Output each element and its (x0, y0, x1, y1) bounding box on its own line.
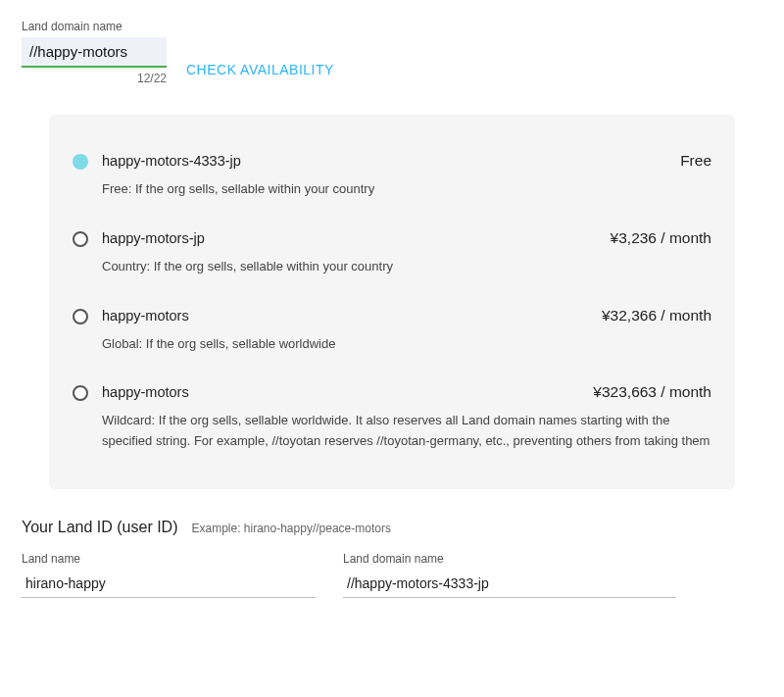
option-price: ¥323,663 / month (555, 383, 711, 401)
domain-option[interactable]: happy-motors-jp ¥3,236 / month Country: … (73, 229, 711, 277)
option-price: ¥32,366 / month (555, 307, 711, 324)
land-name-input[interactable] (22, 570, 316, 598)
land-domain-input[interactable] (22, 37, 167, 68)
option-desc: Country: If the org sells, sellable with… (102, 257, 711, 277)
land-domain-label: Land domain name (22, 20, 167, 33)
radio-unselected-icon[interactable] (73, 309, 88, 324)
option-price: Free (555, 152, 711, 170)
land-domain-name-input[interactable] (343, 570, 676, 598)
option-price: ¥3,236 / month (555, 229, 711, 247)
option-name: happy-motors (102, 384, 189, 400)
domain-option[interactable]: happy-motors ¥32,366 / month Global: If … (73, 307, 711, 355)
radio-unselected-icon[interactable] (73, 231, 88, 247)
availability-results-panel: happy-motors-4333-jp Free Free: If the o… (49, 115, 735, 489)
land-domain-name-label: Land domain name (343, 552, 676, 566)
domain-option[interactable]: happy-motors ¥323,663 / month Wildcard: … (73, 383, 711, 452)
check-availability-button[interactable]: CHECK AVAILABILITY (184, 56, 336, 85)
option-name: happy-motors (102, 308, 189, 324)
option-name: happy-motors-4333-jp (102, 153, 241, 169)
landid-example: Example: hirano-happy//peace-motors (191, 522, 390, 535)
radio-selected-icon[interactable] (73, 154, 88, 170)
char-counter: 12/22 (22, 72, 167, 85)
option-desc: Free: If the org sells, sellable within … (102, 179, 711, 200)
domain-option[interactable]: happy-motors-4333-jp Free Free: If the o… (73, 152, 711, 200)
option-desc: Global: If the org sells, sellable world… (102, 334, 711, 355)
radio-unselected-icon[interactable] (73, 385, 88, 401)
land-name-label: Land name (22, 552, 316, 566)
option-name: happy-motors-jp (102, 230, 205, 246)
option-desc: Wildcard: If the org sells, sellable wor… (102, 411, 711, 452)
landid-section-title: Your Land ID (user ID) (22, 519, 177, 536)
